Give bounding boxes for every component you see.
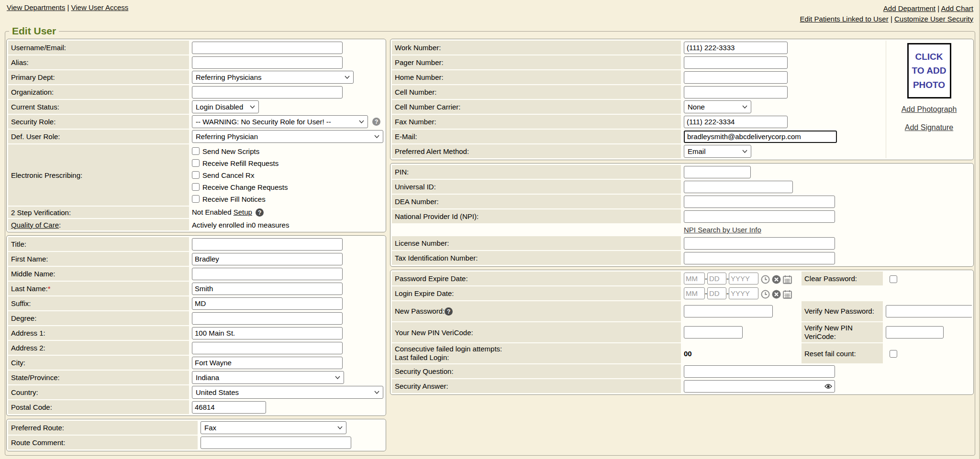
email-field[interactable] [684, 131, 837, 143]
clear-password-checkbox[interactable] [890, 275, 897, 283]
reset-fail-checkbox[interactable] [890, 350, 897, 358]
separator: | [891, 15, 892, 23]
country-select[interactable]: United States [192, 386, 383, 399]
required-asterisk: * [48, 284, 51, 293]
work-number-label: Work Number: [392, 41, 681, 55]
route-comment-label: Route Comment: [8, 436, 198, 449]
home-number-field[interactable] [684, 71, 788, 84]
clear-password-label: Clear Password: [802, 272, 883, 285]
tax-id-field[interactable] [684, 252, 835, 264]
chevron-down-icon [742, 105, 747, 109]
receive-fill-notices-checkbox[interactable] [192, 195, 200, 203]
clock-icon[interactable] [761, 275, 770, 284]
npi-field[interactable] [684, 210, 835, 223]
eye-icon[interactable] [824, 383, 832, 389]
edit-patients-linked-link[interactable]: Edit Patients Linked to User [800, 15, 889, 23]
new-password-help-icon[interactable]: ? [445, 307, 453, 316]
license-number-field[interactable] [684, 237, 835, 250]
add-department-link[interactable]: Add Department [883, 4, 935, 12]
quality-of-care-link[interactable]: Quality of Care [11, 221, 59, 229]
failed-attempts-label: Consecutive failed login attempts:Last f… [392, 343, 681, 363]
verify-pin-vericode-field[interactable] [886, 326, 944, 339]
suffix-label: Suffix: [8, 296, 189, 310]
current-status-select[interactable]: Login Disabled [192, 100, 259, 113]
two-step-setup-link[interactable]: Setup [234, 208, 252, 216]
login-expire-mm-input[interactable] [684, 287, 705, 299]
login-expire-dd-input[interactable] [707, 287, 726, 299]
address1-field[interactable] [192, 327, 343, 339]
tax-id-label: Tax Identification Number: [392, 251, 681, 265]
security-answer-label: Security Answer: [392, 379, 681, 393]
license-number-label: License Number: [392, 236, 681, 250]
organization-field[interactable] [192, 86, 343, 98]
pin-vericode-field[interactable] [684, 326, 743, 339]
clear-date-icon[interactable] [772, 275, 781, 284]
clock-icon[interactable] [761, 290, 770, 299]
calendar-icon[interactable] [783, 290, 792, 299]
add-photograph-link[interactable]: Add Photograph [888, 105, 970, 114]
two-step-help-icon[interactable]: ? [256, 208, 264, 217]
username-field[interactable] [192, 42, 343, 54]
postal-code-field[interactable] [192, 401, 266, 414]
password-expire-dd-input[interactable] [707, 273, 726, 284]
pager-number-field[interactable] [684, 56, 788, 69]
verify-new-password-field[interactable] [886, 305, 972, 317]
last-name-field[interactable] [192, 283, 343, 295]
security-answer-field[interactable] [684, 380, 835, 393]
security-role-select[interactable]: -- WARNING: No Security Role for User! -… [192, 115, 368, 128]
dea-number-field[interactable] [684, 196, 835, 208]
npi-label: National Provider Id (NPI): [392, 209, 681, 223]
security-question-field[interactable] [684, 365, 835, 378]
new-password-field[interactable] [684, 305, 773, 317]
middle-name-label: Middle Name: [8, 267, 189, 281]
routing-section: Preferred Route: Fax Route Comment: [6, 419, 386, 451]
state-select[interactable]: Indiana [192, 371, 344, 384]
degree-field[interactable] [192, 312, 343, 325]
add-chart-link[interactable]: Add Chart [941, 4, 973, 12]
view-user-access-link[interactable]: View User Access [71, 3, 129, 11]
route-comment-field[interactable] [200, 437, 351, 449]
cell-carrier-select[interactable]: None [684, 100, 751, 113]
send-new-scripts-label: Send New Scripts [202, 147, 259, 155]
receive-refill-requests-checkbox[interactable] [192, 159, 200, 167]
photo-placeholder[interactable]: CLICKTO ADDPHOTO [907, 43, 951, 98]
alias-field[interactable] [192, 56, 343, 69]
universal-id-label: Universal ID: [392, 180, 681, 194]
security-role-help-icon[interactable]: ? [372, 118, 380, 126]
pin-field[interactable] [684, 166, 751, 178]
alert-method-select[interactable]: Email [684, 145, 751, 158]
first-name-field[interactable] [192, 253, 343, 265]
clear-date-icon[interactable] [772, 290, 781, 299]
address2-field[interactable] [192, 342, 343, 354]
degree-label: Degree: [8, 311, 189, 325]
city-field[interactable] [192, 357, 343, 369]
password-expire-mm-input[interactable] [684, 273, 705, 284]
view-departments-link[interactable]: View Departments [7, 3, 65, 11]
work-number-field[interactable] [684, 42, 788, 54]
fax-number-field[interactable] [684, 116, 788, 128]
top-links-left: View Departments | View User Access [7, 3, 128, 11]
customize-user-security-link[interactable]: Customize User Security [894, 15, 973, 23]
edit-user-form: Edit User Username/Email: Alias: Primary… [5, 25, 975, 456]
preferred-route-select[interactable]: Fax [200, 421, 346, 434]
send-cancel-rx-checkbox[interactable] [192, 171, 200, 179]
top-links-right: Add Department | Add Chart Edit Patients… [800, 3, 973, 24]
npi-search-link[interactable]: NPI Search by User Info [684, 226, 761, 234]
cell-number-field[interactable] [684, 86, 788, 98]
title-field[interactable] [192, 238, 343, 251]
universal-id-field[interactable] [684, 181, 793, 193]
primary-dept-select[interactable]: Referring Physicians [192, 71, 354, 84]
add-signature-link[interactable]: Add Signature [888, 123, 970, 132]
suffix-field[interactable] [192, 297, 343, 310]
state-label: State/Province: [8, 371, 189, 384]
contact-section: Work Number: CLICKTO ADDPHOTO Add Photog… [390, 39, 974, 160]
new-password-label: New Password:? [392, 301, 681, 321]
def-user-role-select[interactable]: Referring Physician [192, 130, 383, 143]
receive-fill-notices-label: Receive Fill Notices [202, 195, 266, 203]
login-expire-yyyy-input[interactable] [729, 287, 758, 299]
receive-change-requests-checkbox[interactable] [192, 183, 200, 191]
send-new-scripts-checkbox[interactable] [192, 147, 200, 155]
calendar-icon[interactable] [783, 275, 792, 284]
middle-name-field[interactable] [192, 268, 343, 280]
password-expire-yyyy-input[interactable] [729, 273, 758, 284]
